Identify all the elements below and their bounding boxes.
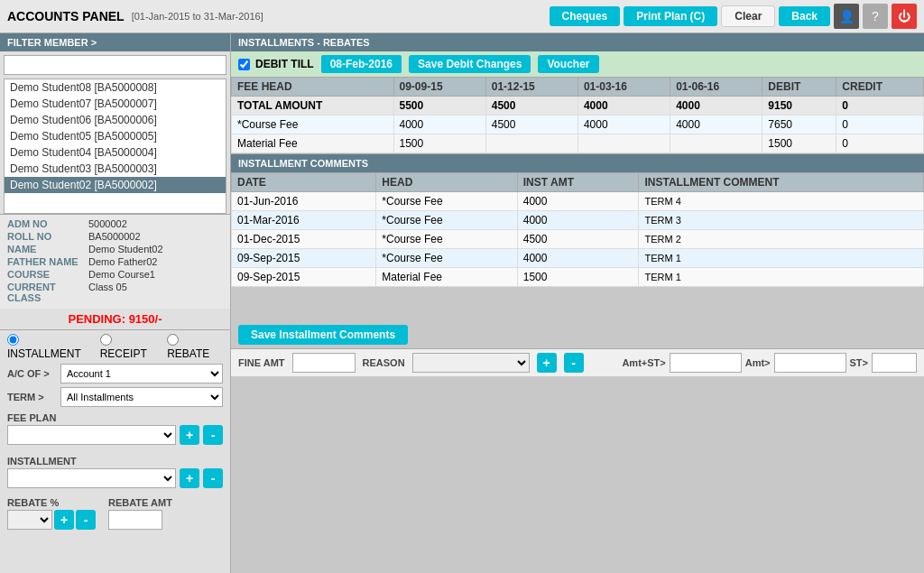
comment-head: *Course Fee (376, 249, 517, 268)
col-date: DATE (232, 173, 376, 192)
cell-col2: 4500 (485, 97, 578, 116)
back-button[interactable]: Back (779, 6, 830, 26)
rebate-amt-input[interactable] (108, 510, 162, 530)
comments-header: INSTALLMENT COMMENTS (231, 154, 924, 172)
comment-head: *Course Fee (376, 192, 517, 211)
comment-inst-amt: 4500 (517, 230, 639, 249)
fee-plan-add-button[interactable]: + (180, 425, 199, 445)
amt-group: Amt+ST> Amt> ST> (622, 353, 917, 373)
col-inst-amt: INST AMT (517, 173, 639, 192)
inst-col-date4: 01-06-16 (670, 78, 762, 97)
member-list: Demo Student08 [BA5000008] Demo Student0… (4, 79, 226, 214)
comment-date: 01-Dec-2015 (232, 230, 376, 249)
table-row: 09-Sep-2015 *Course Fee 4000 (232, 249, 924, 268)
name-value: Demo Student02 (88, 244, 163, 254)
member-list-item[interactable]: Demo Student03 [BA5000003] (5, 161, 226, 177)
power-icon-button[interactable]: ⏻ (892, 4, 917, 29)
reason-remove-button[interactable]: - (564, 353, 584, 373)
installment-radio[interactable] (7, 334, 19, 346)
clear-button[interactable]: Clear (721, 5, 775, 27)
debit-till-checkbox[interactable] (238, 59, 250, 70)
roll-no-value: BA5000002 (88, 231, 141, 242)
help-icon-button[interactable]: ? (863, 4, 888, 29)
fee-plan-remove-button[interactable]: - (203, 425, 223, 445)
comment-head: *Course Fee (376, 230, 517, 249)
member-search-input[interactable] (4, 55, 226, 75)
ac-of-select[interactable]: Account 1 (60, 364, 223, 384)
adm-no-value: 5000002 (88, 218, 127, 229)
fee-plan-label: FEE PLAN (7, 412, 223, 423)
rebate-percent-label: REBATE % (7, 497, 96, 508)
cell-col4: 4000 (670, 97, 762, 116)
comment-input[interactable] (644, 234, 918, 245)
debit-date: 08-Feb-2016 (321, 55, 402, 73)
receipt-radio[interactable] (100, 334, 112, 346)
comment-inst-amt: 4000 (517, 249, 639, 268)
save-debit-button[interactable]: Save Debit Changes (409, 55, 531, 73)
roll-no-label: ROLL NO (7, 231, 88, 242)
installment-radio-label[interactable]: INSTALLMENT (7, 334, 93, 360)
table-row: 01-Mar-2016 *Course Fee 4000 (232, 211, 924, 230)
comments-table: DATE HEAD INST AMT INSTALLMENT COMMENT 0… (231, 172, 924, 287)
amt-st-input[interactable] (670, 353, 742, 373)
header-buttons: Cheques Print Plan (C) Clear Back 👤 ? ⏻ (550, 4, 917, 29)
comment-date: 01-Jun-2016 (232, 192, 376, 211)
reason-select[interactable] (412, 353, 530, 373)
user-icon-button[interactable]: 👤 (834, 4, 859, 29)
rebate-radio[interactable] (167, 334, 179, 346)
comment-input[interactable] (644, 196, 918, 207)
cell-col3: 4000 (578, 97, 670, 116)
receipt-radio-label[interactable]: RECEIPT (100, 334, 160, 360)
installment-remove-button[interactable]: - (203, 468, 223, 488)
term-select[interactable]: All Installments (60, 387, 223, 407)
member-list-item[interactable]: Demo Student07 [BA5000007] (5, 96, 226, 112)
col-head: HEAD (376, 173, 517, 192)
fee-plan-select[interactable] (7, 425, 176, 445)
member-list-item[interactable]: Demo Student08 [BA5000008] (5, 79, 226, 96)
inst-col-debit: DEBIT (762, 78, 836, 97)
cheques-button[interactable]: Cheques (550, 6, 621, 26)
amt-input[interactable] (774, 353, 846, 373)
fine-amt-input[interactable] (292, 353, 356, 373)
installment-add-button[interactable]: + (180, 468, 199, 488)
comment-text[interactable] (639, 192, 924, 211)
cell-credit: 0 (836, 116, 924, 134)
member-list-item[interactable]: Demo Student04 [BA5000004] (5, 144, 226, 161)
rebate-percent-remove-button[interactable]: - (76, 510, 96, 530)
comment-input[interactable] (644, 215, 918, 226)
comment-text[interactable] (639, 211, 924, 230)
type-radio-section: INSTALLMENT RECEIPT REBATE A/C OF > Acco… (0, 329, 230, 533)
cell-col4: 4000 (670, 116, 762, 134)
comment-inst-amt: 1500 (517, 268, 639, 287)
save-comments-button[interactable]: Save Installment Comments (238, 325, 408, 345)
voucher-button[interactable]: Voucher (538, 55, 598, 73)
member-list-item[interactable]: Demo Student05 [BA5000005] (5, 128, 226, 144)
rebate-amt-label: REBATE AMT (108, 497, 172, 508)
rebate-radio-label[interactable]: REBATE (167, 334, 223, 360)
member-list-item[interactable]: Demo Student06 [BA5000006] (5, 112, 226, 128)
comment-text[interactable] (639, 230, 924, 249)
rebate-percent-add-button[interactable]: + (54, 510, 74, 530)
installments-table: FEE HEAD 09-09-15 01-12-15 01-03-16 01-0… (231, 77, 924, 153)
fine-section: FINE AMT REASON + - Amt+ST> Amt> ST> (231, 348, 924, 376)
reason-add-button[interactable]: + (537, 353, 557, 373)
comment-head: Material Fee (376, 268, 517, 287)
table-row: 01-Dec-2015 *Course Fee 4500 (232, 230, 924, 249)
course-label: COURSE (7, 269, 88, 280)
comment-text[interactable] (639, 268, 924, 287)
print-plan-button[interactable]: Print Plan (C) (624, 6, 717, 26)
comment-text[interactable] (639, 249, 924, 268)
comment-inst-amt: 4000 (517, 211, 639, 230)
member-list-item-selected[interactable]: Demo Student02 [BA5000002] (5, 177, 226, 193)
comment-input[interactable] (644, 272, 918, 282)
cell-debit: 9150 (762, 97, 836, 116)
table-row: 01-Jun-2016 *Course Fee 4000 (232, 192, 924, 211)
comment-date: 01-Mar-2016 (232, 211, 376, 230)
cell-col3: 4000 (578, 116, 670, 134)
save-comments-area: Save Installment Comments (238, 325, 917, 345)
installments-header: INSTALLMENTS - REBATES (231, 33, 924, 51)
rebate-percent-select[interactable] (7, 510, 52, 530)
comment-input[interactable] (644, 253, 918, 263)
installment-select[interactable] (7, 468, 176, 488)
st-input[interactable] (872, 353, 917, 373)
